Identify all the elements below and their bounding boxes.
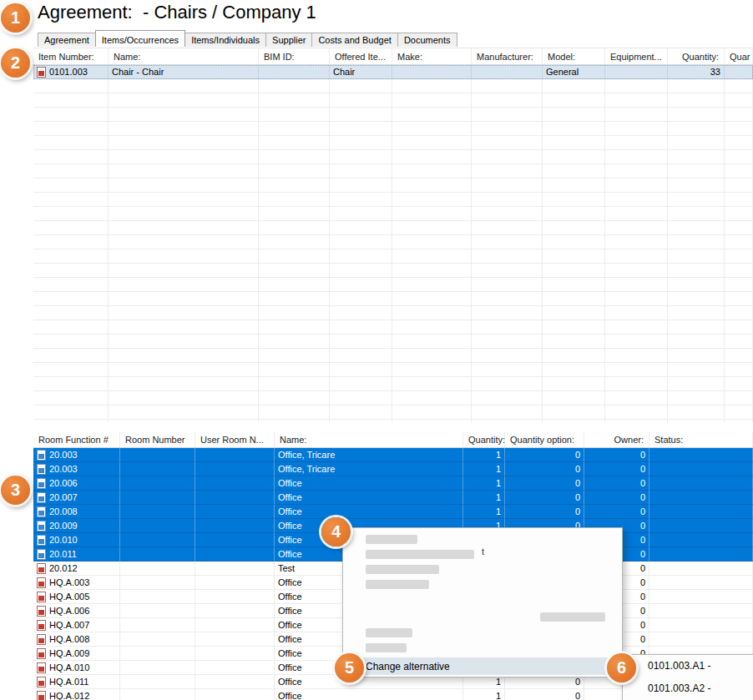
table-row-0101-003[interactable]: 0101.003Chair - ChairChairGeneral33	[33, 65, 753, 79]
redacted-menu-item[interactable]	[366, 550, 474, 559]
item-icon	[37, 648, 46, 659]
grid-line	[667, 79, 668, 422]
grid-line	[108, 79, 109, 422]
cell-room-function-#: 20.003	[33, 448, 120, 462]
cell-text: 20.003	[49, 450, 78, 460]
column-header-user-room-n[interactable]: User Room N...	[195, 431, 275, 447]
cell-room-number	[120, 632, 195, 647]
cell-text: 0	[640, 563, 645, 573]
cell-room-function-#: HQ.A.005	[33, 590, 120, 604]
tab-costs-and-budget[interactable]: Costs and Budget	[311, 33, 397, 47]
column-header-owner[interactable]: Owner:	[584, 431, 649, 447]
room-icon	[37, 549, 46, 560]
column-header-quar[interactable]: Quar	[725, 48, 753, 64]
table-row-20-006[interactable]: 20.006Office100	[33, 476, 753, 491]
grid-line	[258, 79, 259, 422]
cell-item-number: 0101.003	[33, 65, 109, 79]
cell-model: General	[543, 65, 605, 79]
tab-items-individuals[interactable]: Items/Individuals	[184, 33, 266, 47]
cell-status	[649, 533, 753, 547]
menu-item-change-alternative[interactable]: Change alternative	[345, 657, 620, 675]
cell-user-room-n	[195, 562, 275, 576]
room-icon	[37, 535, 46, 546]
column-header-make[interactable]: Make:	[392, 48, 472, 64]
cell-text: 1	[496, 492, 501, 502]
column-header-equipment[interactable]: Equipment...	[605, 48, 668, 64]
cell-text: 1	[496, 464, 501, 474]
grid-line	[542, 79, 543, 422]
tab-agreement[interactable]: Agreement	[38, 33, 96, 47]
cell-manufacturer	[472, 65, 543, 79]
cell-text: Chair - Chair	[112, 67, 164, 77]
cell-room-function-#: HQ.A.010	[33, 661, 120, 675]
cell-room-function-#: 20.008	[33, 505, 120, 519]
tab-items-occurrences[interactable]: Items/Occurrences	[95, 30, 185, 47]
cell-quantity: 33	[668, 65, 725, 79]
cell-name: Office	[275, 505, 463, 519]
cell-text: Chair	[333, 67, 355, 77]
cell-text: 0	[640, 634, 645, 644]
cell-user-room-n	[195, 505, 275, 519]
column-header-model[interactable]: Model:	[543, 48, 605, 64]
column-header-name[interactable]: Name:	[109, 48, 259, 64]
redacted-menu-item[interactable]	[540, 612, 605, 622]
column-header-quantity[interactable]: Quantity:	[463, 431, 505, 447]
cell-name: Office	[275, 491, 463, 505]
cell-name: Office	[275, 689, 463, 700]
cell-user-room-n	[195, 576, 275, 590]
column-header-name[interactable]: Name:	[275, 431, 463, 447]
redacted-menu-item[interactable]	[366, 535, 417, 544]
cell-text: Office	[278, 606, 302, 616]
item-icon	[37, 620, 46, 631]
cell-text: 20.011	[49, 549, 77, 559]
column-header-quantity-option[interactable]: Quantity option:	[505, 431, 584, 447]
cell-text: 20.009	[49, 521, 78, 531]
cell-status	[649, 604, 753, 618]
column-header-manufacturer[interactable]: Manufacturer:	[472, 48, 543, 64]
column-header-bim-id[interactable]: BIM ID:	[259, 48, 330, 64]
column-label: Quar	[730, 52, 750, 62]
cell-text: 20.010	[49, 535, 78, 545]
cell-room-number	[120, 618, 195, 632]
redacted-menu-item[interactable]	[366, 580, 429, 589]
column-header-room-function-#[interactable]: Room Function #	[33, 431, 120, 447]
submenu-item-alternative-a2[interactable]: 0101.003.A2 -	[623, 677, 753, 700]
column-header-item-number[interactable]: Item Number:	[33, 48, 109, 64]
submenu-item-alternative-a1[interactable]: 0101.003.A1 -	[623, 655, 753, 677]
cell-quantity: 1	[463, 491, 505, 505]
cell-name: Office, Tricare	[275, 448, 463, 462]
table-row-20-003[interactable]: 20.003Office, Tricare100	[33, 462, 753, 476]
cell-quantity: 1	[463, 505, 505, 519]
cell-user-room-n	[195, 547, 275, 562]
column-header-room-number[interactable]: Room Numberˆ	[120, 431, 195, 447]
cell-text: 1	[496, 691, 501, 700]
grid-line	[329, 79, 330, 422]
table-row-20-007[interactable]: 20.007Office100	[33, 491, 753, 505]
cell-room-function-#: 20.011	[33, 547, 120, 562]
column-label: Room Function #	[38, 435, 109, 445]
cell-status	[649, 562, 753, 576]
cell-quantity-option: 0	[505, 505, 584, 519]
cell-text: 20.007	[49, 492, 78, 502]
tab-supplier[interactable]: Supplier	[265, 33, 312, 47]
cell-owner: 0	[584, 505, 649, 519]
table-row-20-008[interactable]: 20.008Office100	[33, 505, 753, 519]
redacted-menu-item[interactable]	[366, 565, 439, 574]
cell-text: Office	[278, 592, 302, 602]
cell-status	[649, 590, 753, 604]
redacted-menu-item[interactable]	[366, 643, 407, 652]
column-header-quantity[interactable]: Quantity:	[668, 48, 725, 64]
cell-quantity-option: 0	[505, 689, 584, 700]
cell-user-room-n	[195, 519, 275, 533]
column-header-offered-ite[interactable]: Offered Ite...	[330, 48, 392, 64]
table-row-20-003[interactable]: 20.003Office, Tricare100	[33, 448, 753, 462]
cell-room-function-#: HQ.A.009	[33, 647, 120, 661]
cell-text: HQ.A.005	[49, 592, 89, 602]
grid-line	[724, 79, 725, 422]
cell-quantity-option: 0	[505, 491, 584, 505]
redacted-menu-item[interactable]	[366, 628, 412, 637]
tab-documents[interactable]: Documents	[397, 33, 457, 47]
cell-text: HQ.A.011	[49, 677, 89, 687]
column-header-status[interactable]: Status:	[649, 431, 753, 447]
cell-owner: 0	[584, 491, 649, 505]
